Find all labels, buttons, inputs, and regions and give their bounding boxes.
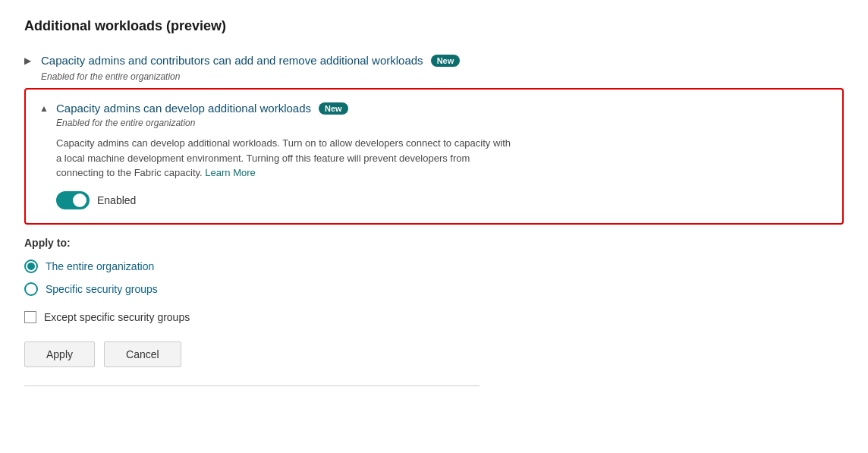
apply-to-section: Apply to: The entire organization Specif… bbox=[24, 237, 844, 326]
except-groups-checkbox[interactable] bbox=[24, 311, 36, 323]
enabled-toggle[interactable] bbox=[56, 191, 90, 209]
radio-group: The entire organization Specific securit… bbox=[24, 256, 844, 299]
section-2-card: ▲ Capacity admins can develop additional… bbox=[24, 88, 844, 225]
section-1-title: Capacity admins and contributors can add… bbox=[41, 54, 423, 67]
radio-entire-org-label: The entire organization bbox=[46, 260, 154, 272]
except-groups-checkbox-item[interactable]: Except specific security groups bbox=[24, 308, 844, 326]
radio-entire-org[interactable]: The entire organization bbox=[24, 256, 844, 276]
toggle-label: Enabled bbox=[97, 194, 136, 206]
cancel-button[interactable]: Cancel bbox=[104, 341, 181, 367]
except-groups-label: Except specific security groups bbox=[44, 311, 190, 323]
section-2-description: Capacity admins can develop additional w… bbox=[56, 136, 511, 181]
toggle-wrapper: Enabled bbox=[56, 191, 829, 209]
section-2-title: Capacity admins can develop additional w… bbox=[56, 102, 311, 115]
page-title: Additional workloads (preview) bbox=[24, 18, 844, 34]
section-1-chevron: ▶ bbox=[24, 55, 33, 66]
radio-entire-org-input[interactable] bbox=[24, 260, 38, 273]
radio-specific-groups-label: Specific security groups bbox=[46, 283, 158, 295]
button-row: Apply Cancel bbox=[24, 341, 844, 367]
section-1-workloads: ▶ Capacity admins and contributors can a… bbox=[24, 49, 844, 82]
description-text: Capacity admins can develop additional w… bbox=[56, 137, 511, 178]
radio-specific-groups[interactable]: Specific security groups bbox=[24, 279, 844, 299]
section-1-badge: New bbox=[431, 55, 461, 67]
toggle-thumb bbox=[73, 193, 86, 207]
learn-more-link[interactable]: Learn More bbox=[205, 167, 255, 178]
section-2-header[interactable]: ▲ Capacity admins can develop additional… bbox=[39, 102, 829, 118]
section-2-subtitle: Enabled for the entire organization bbox=[56, 118, 829, 128]
radio-specific-groups-input[interactable] bbox=[24, 282, 38, 296]
apply-to-title: Apply to: bbox=[24, 237, 844, 249]
section-1-subtitle: Enabled for the entire organization bbox=[41, 71, 844, 82]
toggle-track bbox=[56, 191, 90, 209]
section-2-chevron: ▲ bbox=[39, 103, 49, 114]
section-2-badge: New bbox=[319, 102, 348, 115]
section-1-header[interactable]: ▶ Capacity admins and contributors can a… bbox=[24, 49, 844, 71]
section-divider bbox=[24, 385, 480, 386]
apply-button[interactable]: Apply bbox=[24, 341, 95, 367]
